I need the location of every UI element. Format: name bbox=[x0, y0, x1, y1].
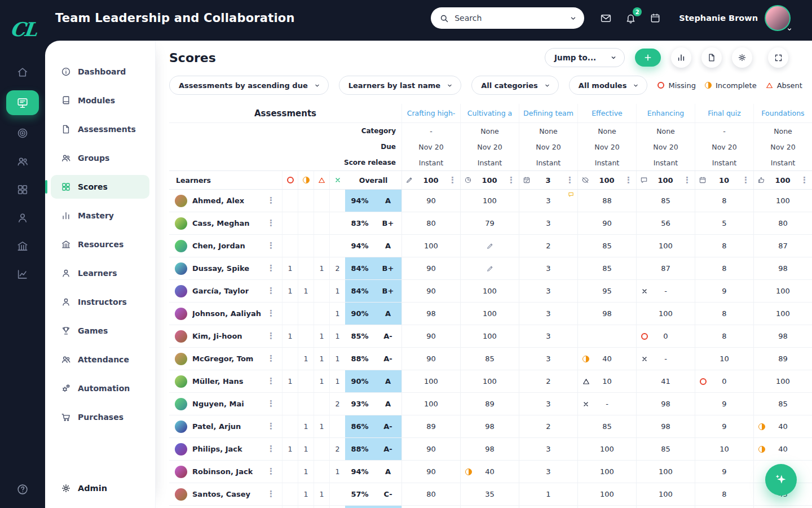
row-menu-button[interactable]: ⋮ bbox=[267, 377, 282, 386]
help-icon[interactable] bbox=[0, 483, 45, 496]
sidebar-item-scores[interactable]: Scores bbox=[51, 175, 149, 199]
score-cell[interactable]: 3 bbox=[519, 190, 577, 212]
rail-item-chart[interactable] bbox=[10, 264, 35, 284]
assessment-link[interactable]: Foundations bbox=[753, 104, 812, 122]
score-cell[interactable]: 80 bbox=[401, 483, 460, 505]
rail-item-bank[interactable] bbox=[10, 236, 35, 256]
score-cell[interactable]: 90 bbox=[401, 190, 460, 212]
score-cell[interactable]: 100 bbox=[460, 370, 519, 392]
rail-item-board[interactable] bbox=[6, 90, 39, 115]
score-cell[interactable]: 9 bbox=[695, 461, 753, 483]
score-cell[interactable]: 40 bbox=[577, 348, 636, 370]
score-cell[interactable]: 98 bbox=[460, 415, 519, 437]
search-box[interactable] bbox=[431, 7, 584, 29]
column-menu-button[interactable]: ⋮ bbox=[624, 176, 633, 185]
column-menu-button[interactable]: ⋮ bbox=[800, 176, 809, 185]
chevron-down-icon[interactable] bbox=[568, 14, 577, 23]
sidebar-item-games[interactable]: Games bbox=[51, 319, 149, 343]
sidebar-item-learners[interactable]: Learners bbox=[51, 261, 149, 285]
score-cell[interactable]: 98 bbox=[460, 438, 519, 460]
score-cell[interactable]: 8 bbox=[695, 325, 753, 347]
rail-item-home[interactable] bbox=[10, 62, 35, 82]
report-button[interactable] bbox=[701, 47, 722, 68]
score-cell[interactable]: 100 bbox=[460, 280, 519, 302]
score-cell[interactable]: 89 bbox=[401, 415, 460, 437]
column-menu-button[interactable]: ⋮ bbox=[566, 176, 574, 185]
rail-item-target[interactable] bbox=[10, 123, 35, 143]
score-cell[interactable]: 80 bbox=[753, 212, 812, 234]
sidebar-item-admin[interactable]: Admin bbox=[51, 476, 149, 500]
sidebar-item-modules[interactable]: Modules bbox=[51, 89, 149, 112]
score-cell[interactable]: 90 bbox=[401, 348, 460, 370]
row-menu-button[interactable]: ⋮ bbox=[267, 422, 282, 431]
score-cell[interactable]: 3 bbox=[519, 438, 577, 460]
assessment-link[interactable]: Effective bbox=[577, 104, 636, 122]
search-input[interactable] bbox=[454, 14, 568, 23]
score-cell[interactable]: 85 bbox=[577, 235, 636, 257]
score-cell[interactable]: 3 bbox=[519, 303, 577, 325]
sidebar-item-mastery[interactable]: Mastery bbox=[51, 204, 149, 227]
score-cell[interactable]: 100 bbox=[401, 235, 460, 257]
score-cell[interactable]: 100 bbox=[636, 461, 695, 483]
messages-button[interactable] bbox=[599, 11, 612, 25]
row-menu-button[interactable]: ⋮ bbox=[267, 332, 282, 340]
row-menu-button[interactable]: ⋮ bbox=[267, 287, 282, 295]
score-cell[interactable]: 100 bbox=[460, 325, 519, 347]
score-cell[interactable] bbox=[577, 325, 636, 347]
score-cell[interactable]: 35 bbox=[460, 483, 519, 505]
score-cell[interactable]: 5 bbox=[695, 212, 753, 234]
score-cell[interactable]: 1 bbox=[519, 483, 577, 505]
score-cell[interactable]: 10 bbox=[695, 348, 753, 370]
score-cell[interactable]: 100 bbox=[753, 280, 812, 302]
score-cell[interactable]: 90 bbox=[401, 461, 460, 483]
sidebar-item-attendance[interactable]: Attendance bbox=[51, 348, 149, 371]
score-cell[interactable]: 40 bbox=[753, 438, 812, 460]
score-cell[interactable]: 87 bbox=[636, 257, 695, 279]
score-cell[interactable]: 10 bbox=[695, 438, 753, 460]
score-cell[interactable]: 98 bbox=[636, 393, 695, 415]
filter-learners-by-last-name[interactable]: Learners by last name bbox=[339, 76, 461, 95]
row-menu-button[interactable]: ⋮ bbox=[267, 242, 282, 250]
score-cell[interactable]: 100 bbox=[577, 461, 636, 483]
score-cell[interactable]: 95 bbox=[577, 280, 636, 302]
score-cell[interactable]: 89 bbox=[460, 393, 519, 415]
score-cell[interactable]: 85 bbox=[577, 257, 636, 279]
score-cell[interactable]: 100 bbox=[636, 483, 695, 505]
score-cell[interactable]: 100 bbox=[460, 303, 519, 325]
score-cell[interactable]: - bbox=[577, 393, 636, 415]
score-cell[interactable] bbox=[460, 235, 519, 257]
column-menu-button[interactable]: ⋮ bbox=[507, 176, 515, 185]
score-cell[interactable]: 41 bbox=[636, 370, 695, 392]
score-cell[interactable]: 3 bbox=[519, 212, 577, 234]
filter-all-categories[interactable]: All categories bbox=[471, 76, 559, 95]
score-cell[interactable]: 98 bbox=[753, 325, 812, 347]
assessment-link[interactable]: Crafting high- bbox=[401, 104, 460, 122]
row-menu-button[interactable]: ⋮ bbox=[267, 264, 282, 273]
score-cell[interactable]: 8 bbox=[695, 190, 753, 212]
brand-logo[interactable]: CL bbox=[10, 0, 36, 54]
sidebar-item-assessments[interactable]: Assessments bbox=[51, 117, 149, 141]
score-cell[interactable]: 90 bbox=[577, 212, 636, 234]
avatar[interactable] bbox=[765, 5, 791, 31]
sidebar-item-automation[interactable]: Automation bbox=[51, 376, 149, 400]
sidebar-item-instructors[interactable]: Instructors bbox=[51, 290, 149, 314]
score-cell[interactable]: 3 bbox=[519, 257, 577, 279]
sidebar-item-groups[interactable]: Groups bbox=[51, 146, 149, 170]
score-cell[interactable]: 85 bbox=[753, 393, 812, 415]
sidebar-item-resources[interactable]: Resources bbox=[51, 233, 149, 256]
stats-button[interactable] bbox=[671, 47, 691, 68]
rail-item-user[interactable] bbox=[10, 208, 35, 228]
score-cell[interactable]: 90 bbox=[401, 280, 460, 302]
score-cell[interactable]: 9 bbox=[695, 393, 753, 415]
score-cell[interactable]: 3 bbox=[519, 348, 577, 370]
score-cell[interactable]: 10 bbox=[577, 370, 636, 392]
settings-button[interactable] bbox=[732, 47, 752, 68]
row-menu-button[interactable]: ⋮ bbox=[267, 490, 282, 498]
assessment-link[interactable]: Cultivating a bbox=[460, 104, 519, 122]
row-menu-button[interactable]: ⋮ bbox=[267, 219, 282, 227]
score-cell[interactable]: 90 bbox=[401, 325, 460, 347]
score-cell[interactable]: 85 bbox=[577, 415, 636, 437]
score-cell[interactable]: 8 bbox=[695, 483, 753, 505]
filter-assessments-by-ascending-due[interactable]: Assessments by ascending due bbox=[169, 76, 329, 95]
row-menu-button[interactable]: ⋮ bbox=[267, 354, 282, 363]
